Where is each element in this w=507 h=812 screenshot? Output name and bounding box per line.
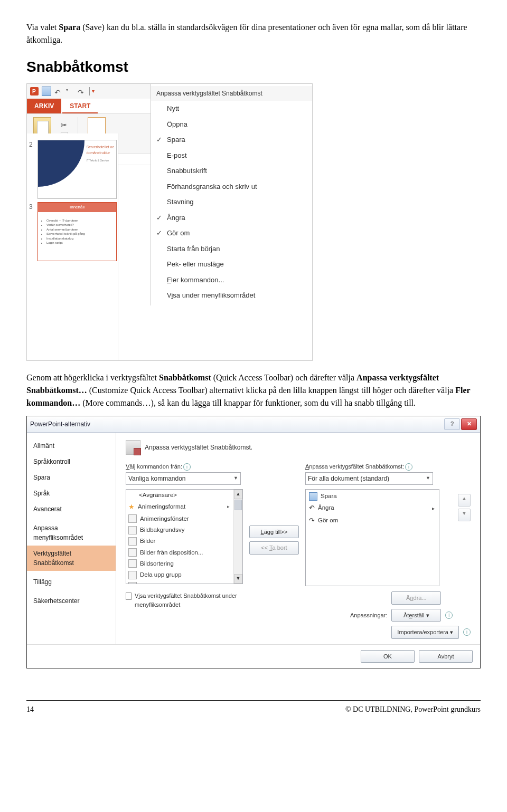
remove-button[interactable]: << Ta bort — [249, 541, 299, 555]
menu-item-snabbutskrift[interactable]: Snabbutskrift — [151, 163, 312, 179]
cut-icon[interactable]: ✂ — [61, 120, 68, 131]
slide-sorter-icon — [128, 559, 137, 568]
menu-item-oppna[interactable]: Öppna — [151, 117, 312, 132]
redo-icon: ↷ — [309, 515, 315, 526]
qat-dropdown-menu: Anpassa verktygsfältet Snabbåtkomst Nytt… — [151, 84, 312, 305]
slide-thumb-3[interactable]: 3 Innehåll Översikt – IT-domäner Varför … — [31, 202, 114, 261]
menu-item-spara[interactable]: Spara — [151, 132, 312, 148]
move-up-button[interactable]: ▲ — [458, 494, 471, 507]
modify-button[interactable]: Ändra... — [391, 591, 441, 605]
menu-item-fler-kommandon[interactable]: Fler kommandon... — [151, 272, 312, 288]
star-icon: ★ — [128, 502, 135, 512]
ungroup-icon — [128, 571, 137, 579]
paste-icon — [33, 117, 51, 135]
dropdown-title: Anpassa verktygsfältet Snabbåtkomst — [151, 86, 312, 101]
nav-sprak[interactable]: Språk — [27, 485, 116, 501]
redo-icon[interactable] — [78, 87, 86, 95]
nav-sprakkontroll[interactable]: Språkkontroll — [27, 454, 116, 470]
screenshot-options-dialog: PowerPoint-alternativ ? ✕ Allmänt Språkk… — [26, 416, 481, 669]
nav-avancerat[interactable]: Avancerat — [27, 501, 116, 517]
undo-icon: ↶ — [309, 503, 315, 513]
current-qat-list[interactable]: Spara ↶Ångra▸ ↷Gör om — [305, 489, 439, 586]
save-icon — [309, 492, 317, 501]
slide-thumbnails: 2 Serverhotellet oc domänstruktur IT Tek… — [27, 133, 118, 360]
save-icon[interactable] — [42, 87, 51, 96]
screenshot-qat-dropdown: ▾ ▾ ARKIV START Klistra in ▾ ✂ 🖌 Ny bild… — [26, 83, 313, 361]
page-footer: 14 © DC UTBILDNING, PowerPoint grundkurs — [26, 700, 481, 715]
info-icon[interactable]: i — [405, 463, 412, 471]
chevron-down-icon: ▼ — [426, 475, 430, 482]
cancel-button[interactable]: Avbryt — [419, 650, 473, 663]
pictures-icon — [128, 537, 137, 546]
add-button[interactable]: Lägg till>> — [249, 526, 299, 539]
nav-tillagg[interactable]: Tillägg — [27, 574, 116, 590]
dialog-titlebar: PowerPoint-alternativ ? ✕ — [27, 416, 480, 433]
mid-paragraph: Genom att högerklicka i verktygsfältet S… — [26, 371, 481, 409]
available-commands-list[interactable]: <Avgränsare> ★Animeringsformat▸ Animerin… — [126, 489, 243, 584]
menu-item-pek[interactable]: Pek- eller musläge — [151, 256, 312, 272]
tab-arkiv[interactable]: ARKIV — [27, 99, 61, 113]
help-button[interactable]: ? — [444, 418, 460, 430]
info-icon[interactable]: i — [183, 463, 191, 471]
outline-icon — [128, 548, 137, 557]
qat-customize-caret-icon[interactable]: ▾ — [89, 87, 100, 95]
choose-commands-combo[interactable]: Vanliga kommandon▼ — [126, 472, 241, 485]
choose-commands-label: Välj kommandon från:i — [126, 462, 243, 471]
page-number: 14 — [26, 704, 34, 715]
reset-button[interactable]: Återställ ▾ — [391, 609, 441, 622]
duplicate-slide-icon — [128, 582, 137, 584]
heading-snabbatkomst: Snabbåtkomst — [26, 56, 481, 78]
menu-item-epost[interactable]: E-post — [151, 148, 312, 164]
qat-icon — [126, 440, 140, 455]
animation-pane-icon — [128, 514, 137, 523]
dialog-title: PowerPoint-alternativ — [30, 419, 444, 429]
menu-item-forhandsgranska[interactable]: Förhandsgranska och skriv ut — [151, 179, 312, 195]
menu-item-stavning[interactable]: Stavning — [151, 194, 312, 210]
show-below-ribbon-checkbox[interactable]: Visa verktygsfältet Snabbåtkomst under m… — [126, 591, 247, 609]
menu-item-starta[interactable]: Starta från början — [151, 241, 312, 257]
ok-button[interactable]: OK — [361, 650, 415, 663]
anpassningar-label: Anpassningar: — [343, 611, 387, 620]
tab-start[interactable]: START — [62, 99, 98, 113]
menu-item-visa-under[interactable]: Visa under menyfliksområdet — [151, 288, 312, 303]
nav-allmant[interactable]: Allmänt — [27, 438, 116, 454]
move-down-button[interactable]: ▼ — [458, 509, 471, 521]
new-slide-icon — [88, 117, 106, 135]
slide-master-icon — [128, 526, 137, 534]
nav-sakerhetscenter[interactable]: Säkerhetscenter — [27, 593, 116, 609]
intro-paragraph: Via valet Spara (Save) kan du bl.a. stäl… — [26, 21, 481, 46]
menu-item-angra[interactable]: Ångra — [151, 210, 312, 226]
options-nav: Allmänt Språkkontroll Spara Språk Avance… — [27, 433, 116, 644]
slide-thumb-2[interactable]: 2 Serverhotellet oc domänstruktur IT Tek… — [31, 140, 114, 199]
menu-item-nytt[interactable]: Nytt — [151, 101, 312, 117]
undo-icon[interactable] — [54, 87, 63, 95]
scrollbar[interactable]: ▲ ▼ — [233, 490, 242, 584]
nav-anpassa-menyfliks[interactable]: Anpassa menyfliksområdet — [27, 520, 116, 546]
import-export-button[interactable]: Importera/exportera ▾ — [391, 626, 459, 639]
nav-verktygsfaltet-snabbatkomst[interactable]: Verktygsfältet Snabbåtkomst — [27, 546, 116, 571]
qat-scope-combo[interactable]: För alla dokument (standard)▼ — [305, 472, 433, 485]
customize-qat-label: Anpassa verktygsfältet Snabbåtkomst:i — [305, 462, 448, 471]
checkbox-icon — [126, 593, 132, 600]
powerpoint-icon — [30, 87, 39, 95]
undo-caret-icon[interactable]: ▾ — [66, 87, 74, 95]
info-icon[interactable]: i — [445, 612, 453, 619]
close-button[interactable]: ✕ — [461, 418, 477, 430]
chevron-down-icon: ▼ — [233, 475, 238, 482]
footer-copyright: © DC UTBILDNING, PowerPoint grundkurs — [345, 704, 481, 715]
info-icon[interactable]: i — [463, 628, 471, 636]
menu-item-gorom[interactable]: Gör om — [151, 225, 312, 241]
options-heading: Anpassa verktygsfältet Snabbåtkomst. — [126, 440, 471, 455]
nav-spara[interactable]: Spara — [27, 470, 116, 485]
